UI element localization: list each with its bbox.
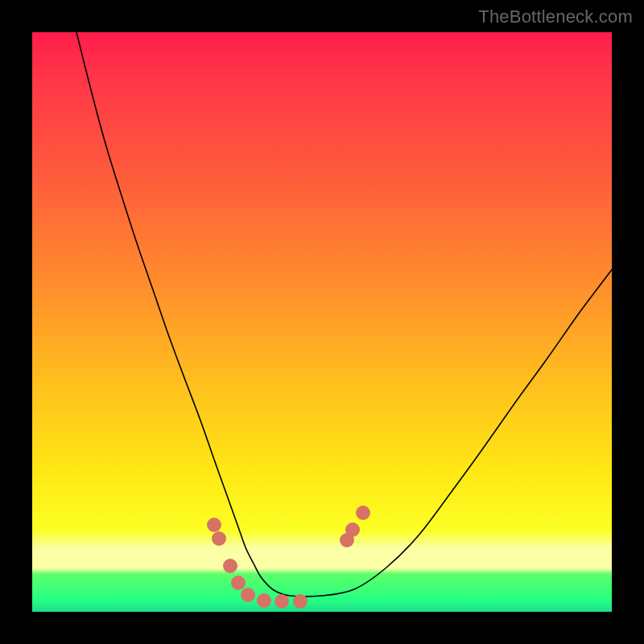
bottleneck-curve: [76, 32, 612, 597]
marker-group: [207, 506, 370, 609]
curve-marker: [293, 594, 308, 609]
curve-marker: [212, 531, 226, 546]
chart-svg: [32, 32, 612, 612]
curve-marker: [207, 518, 221, 532]
curve-marker: [223, 559, 237, 573]
curve-marker: [257, 593, 271, 608]
curve-marker: [241, 588, 255, 602]
curve-marker: [345, 522, 360, 537]
chart-frame: TheBottleneck.com: [0, 0, 644, 644]
curve-marker: [231, 576, 246, 590]
curve-marker: [356, 506, 370, 520]
curve-marker: [275, 594, 289, 609]
watermark: TheBottleneck.com: [478, 6, 633, 27]
plot-area: [32, 32, 612, 612]
